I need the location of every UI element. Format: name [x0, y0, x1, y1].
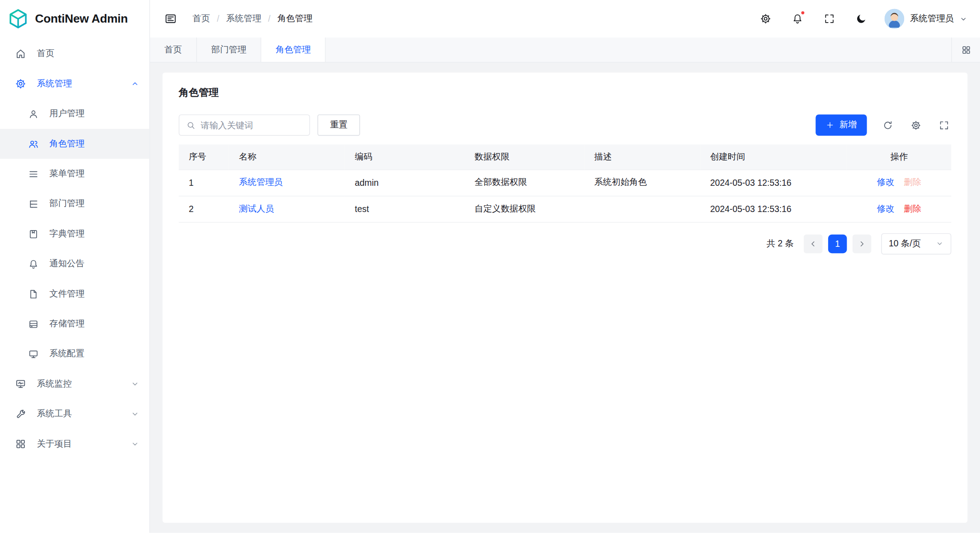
theme-toggle-button[interactable]: [853, 10, 870, 28]
sidebar-section-system-tools[interactable]: 系统工具: [0, 399, 150, 429]
logo-icon: [8, 8, 29, 29]
sidebar-item-role-management[interactable]: 角色管理: [0, 129, 150, 159]
plus-icon: [825, 121, 834, 129]
breadcrumb-item-home[interactable]: 首页: [192, 13, 210, 24]
book-icon: [28, 229, 39, 240]
sidebar-item-system-config[interactable]: 系统配置: [0, 339, 150, 369]
user-group-icon: [28, 138, 39, 149]
role-management-card: 角色管理 重置 新增: [163, 72, 968, 523]
sidebar-item-dictionary-management[interactable]: 字典管理: [0, 219, 150, 249]
monitor-icon: [28, 349, 39, 359]
cell-description: [584, 196, 700, 222]
column-header-index: 序号: [179, 145, 229, 170]
cell-data-scope: 全部数据权限: [464, 170, 584, 196]
sidebar-item-department-management[interactable]: 部门管理: [0, 189, 150, 219]
delete-link[interactable]: 删除: [904, 203, 921, 213]
sidebar-section-label: 系统管理: [37, 78, 72, 90]
breadcrumb-item-system[interactable]: 系统管理: [226, 13, 261, 24]
search-input[interactable]: [201, 120, 302, 130]
gear-icon: [910, 120, 921, 131]
tab-bar: 首页 部门管理 角色管理: [150, 38, 980, 62]
monitor-pulse-icon: [15, 378, 26, 390]
sidebar-item-notice[interactable]: 通知公告: [0, 249, 150, 279]
sidebar-item-label: 文件管理: [49, 288, 84, 300]
sidebar-collapse-button[interactable]: [160, 8, 181, 29]
breadcrumb: 首页 / 系统管理 / 角色管理: [192, 13, 312, 24]
sidebar-section-system-management[interactable]: 系统管理: [0, 69, 150, 99]
home-icon: [15, 48, 26, 60]
fullscreen-button[interactable]: [821, 10, 838, 28]
cell-code: test: [345, 196, 464, 222]
breadcrumb-separator: /: [268, 14, 270, 24]
sidebar-section-label: 系统监控: [37, 378, 72, 390]
tab-role-management[interactable]: 角色管理: [261, 38, 325, 62]
sidebar-item-label: 存储管理: [49, 318, 84, 330]
user-menu[interactable]: 系统管理员: [884, 9, 967, 28]
moon-icon: [856, 13, 867, 24]
sidebar-item-menu-management[interactable]: 菜单管理: [0, 159, 150, 189]
logo: ContiNew Admin: [0, 0, 150, 38]
edit-link[interactable]: 修改: [877, 203, 895, 213]
sidebar-item-label: 首页: [37, 48, 55, 60]
role-name-link[interactable]: 测试人员: [239, 203, 274, 213]
avatar: [884, 9, 904, 28]
fullscreen-icon: [824, 13, 835, 24]
sidebar-item-label: 用户管理: [49, 108, 84, 119]
sidebar-section-label: 关于项目: [37, 439, 72, 450]
tab-department-management[interactable]: 部门管理: [197, 38, 261, 62]
chevron-down-icon: [131, 439, 139, 448]
table-row: 1 系统管理员 admin 全部数据权限 系统初始角色 2024-05-03 1…: [179, 170, 952, 196]
gear-icon: [15, 78, 26, 90]
column-header-name: 名称: [229, 145, 345, 170]
table-row: 2 测试人员 test 自定义数据权限 2024-05-03 12:53:16 …: [179, 196, 952, 222]
pagination-page-1[interactable]: 1: [828, 234, 847, 253]
chevron-down-icon: [131, 380, 139, 388]
sidebar-item-file-management[interactable]: 文件管理: [0, 279, 150, 309]
search-icon: [186, 120, 196, 130]
sidebar-item-home[interactable]: 首页: [0, 39, 150, 69]
gear-icon: [760, 13, 771, 24]
sidebar-section-system-monitor[interactable]: 系统监控: [0, 369, 150, 399]
sidebar-item-label: 角色管理: [49, 138, 84, 150]
column-header-description: 描述: [584, 145, 700, 170]
add-button[interactable]: 新增: [816, 114, 867, 136]
sidebar-item-storage-management[interactable]: 存储管理: [0, 309, 150, 339]
bell-icon: [792, 13, 803, 24]
table-settings-button[interactable]: [908, 118, 923, 132]
tab-label: 部门管理: [211, 44, 246, 56]
notifications-button[interactable]: [789, 10, 807, 28]
tab-label: 首页: [164, 44, 182, 56]
column-header-code: 编码: [345, 145, 464, 170]
pagination-prev-button[interactable]: [804, 234, 822, 253]
column-header-actions: 操作: [847, 145, 951, 170]
sidebar-item-label: 通知公告: [49, 258, 84, 269]
tabs-menu-button[interactable]: [951, 38, 980, 62]
refresh-button[interactable]: [880, 118, 895, 132]
app-title: ContiNew Admin: [35, 12, 127, 25]
page-size-select[interactable]: 10 条/页: [881, 233, 951, 254]
list-icon: [28, 169, 39, 179]
sidebar-item-user-management[interactable]: 用户管理: [0, 99, 150, 129]
column-header-created-time: 创建时间: [700, 145, 847, 170]
reset-button[interactable]: 重置: [318, 114, 360, 136]
tree-icon: [28, 198, 39, 209]
topbar-actions: 系统管理员: [757, 9, 967, 28]
edit-link[interactable]: 修改: [877, 177, 895, 187]
refresh-icon: [882, 120, 893, 131]
chevron-down-icon: [959, 15, 967, 23]
file-icon: [28, 288, 39, 299]
table-fullscreen-button[interactable]: [936, 118, 951, 132]
pagination-next-button[interactable]: [853, 234, 871, 253]
user-icon: [28, 108, 39, 119]
sidebar-section-about-project[interactable]: 关于项目: [0, 429, 150, 459]
breadcrumb-item-role: 角色管理: [277, 13, 312, 24]
cell-created-time: 2024-05-03 12:53:16: [700, 170, 847, 196]
role-name-link[interactable]: 系统管理员: [239, 177, 283, 187]
chevron-down-icon: [131, 410, 139, 418]
chevron-down-icon: [936, 240, 944, 248]
settings-button[interactable]: [757, 10, 774, 28]
tab-home[interactable]: 首页: [150, 38, 197, 62]
table-toolbar: 重置 新增: [179, 114, 952, 136]
sidebar-section-label: 系统工具: [37, 408, 72, 420]
sidebar-item-label: 系统配置: [49, 348, 84, 359]
